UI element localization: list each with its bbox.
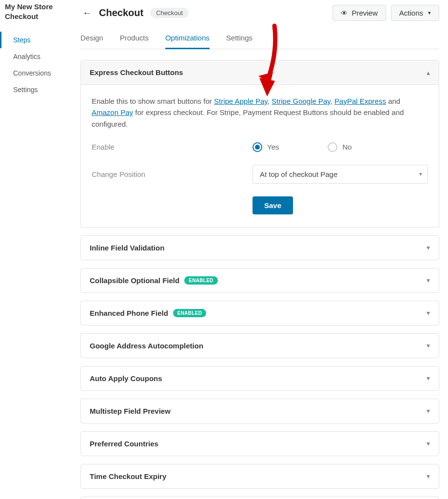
panel-collapsed: Prefill Form for Abandoned UsersENABLED▾ bbox=[80, 497, 439, 499]
sidebar-item-settings[interactable]: Settings bbox=[0, 81, 76, 98]
chevron-down-icon: ▾ bbox=[427, 244, 430, 251]
back-arrow-icon[interactable]: ← bbox=[80, 7, 94, 19]
actions-label: Actions bbox=[399, 9, 423, 17]
panel-collapsed: Enhanced Phone FieldENABLED▾ bbox=[80, 301, 439, 326]
panel-collapsed: Auto Apply Coupons▾ bbox=[80, 366, 439, 391]
title-badge: Checkout bbox=[150, 8, 189, 18]
radio-yes[interactable]: Yes bbox=[253, 142, 279, 152]
panel-head[interactable]: Collapsible Optional FieldENABLED▾ bbox=[81, 269, 439, 292]
panel-head[interactable]: Prefill Form for Abandoned UsersENABLED▾ bbox=[81, 497, 439, 499]
panel-head[interactable]: Multistep Field Preview▾ bbox=[81, 399, 439, 423]
sidebar-item-conversions[interactable]: Conversions bbox=[0, 65, 76, 81]
panel-title: Express Checkout Buttons bbox=[90, 68, 183, 77]
link-stripe-google[interactable]: Stripe Google Pay bbox=[272, 97, 331, 105]
radio-yes-label: Yes bbox=[267, 143, 279, 151]
enabled-badge: ENABLED bbox=[173, 309, 206, 317]
actions-button[interactable]: Actions ▾ bbox=[391, 5, 439, 21]
chevron-down-icon: ▾ bbox=[427, 309, 430, 317]
save-button[interactable]: Save bbox=[253, 196, 293, 214]
panel-express-checkout: Express Checkout Buttons ▴ Enable this t… bbox=[80, 60, 439, 228]
panel-head[interactable]: Enhanced Phone FieldENABLED▾ bbox=[81, 301, 439, 325]
panel-head[interactable]: Google Address Autocompletion▾ bbox=[81, 334, 439, 358]
enabled-badge: ENABLED bbox=[184, 276, 217, 285]
panel-head-express[interactable]: Express Checkout Buttons ▴ bbox=[81, 60, 439, 85]
preview-button[interactable]: 👁 Preview bbox=[332, 5, 386, 21]
radio-no-label: No bbox=[342, 143, 351, 151]
preview-label: Preview bbox=[351, 9, 377, 17]
chevron-down-icon: ▾ bbox=[428, 10, 431, 16]
radio-no[interactable]: No bbox=[328, 142, 351, 152]
position-select[interactable]: At top of checkout Page bbox=[253, 165, 428, 184]
panel-title: Inline Field Validation bbox=[90, 244, 164, 252]
link-stripe-apple[interactable]: Stripe Apple Pay bbox=[214, 97, 268, 105]
sidebar-item-steps[interactable]: Steps bbox=[0, 32, 76, 48]
page-title: Checkout bbox=[99, 7, 143, 19]
chevron-down-icon: ▾ bbox=[427, 472, 430, 480]
panel-collapsed: Time Checkout Expiry▾ bbox=[80, 464, 439, 489]
panel-title: Multistep Field Preview bbox=[90, 407, 171, 415]
panel-title: Time Checkout Expiry bbox=[90, 472, 166, 480]
express-description: Enable this to show smart buttons for St… bbox=[92, 96, 428, 130]
position-label: Change Position bbox=[92, 170, 253, 178]
panel-head[interactable]: Auto Apply Coupons▾ bbox=[81, 366, 439, 390]
tab-settings[interactable]: Settings bbox=[226, 34, 253, 49]
chevron-down-icon: ▾ bbox=[427, 276, 430, 284]
chevron-down-icon: ▾ bbox=[427, 440, 430, 447]
sidebar-item-analytics[interactable]: Analytics bbox=[0, 48, 76, 65]
panel-title: Collapsible Optional Field bbox=[90, 276, 179, 285]
panel-head[interactable]: Time Checkout Expiry▾ bbox=[81, 464, 439, 488]
chevron-up-icon: ▴ bbox=[427, 69, 430, 77]
panel-title: Google Address Autocompletion bbox=[90, 342, 203, 350]
panel-collapsed: Preferred Countries▾ bbox=[80, 431, 439, 456]
panel-title: Auto Apply Coupons bbox=[90, 374, 162, 383]
tab-optimizations[interactable]: Optimizations bbox=[165, 34, 210, 49]
tab-products[interactable]: Products bbox=[120, 34, 149, 49]
panel-title: Preferred Countries bbox=[90, 440, 158, 448]
link-amazon-pay[interactable]: Amazon Pay bbox=[92, 108, 133, 116]
panel-collapsed: Inline Field Validation▾ bbox=[80, 235, 439, 260]
store-title: My New Store Checkout bbox=[0, 2, 76, 32]
panel-collapsed: Collapsible Optional FieldENABLED▾ bbox=[80, 268, 439, 293]
main-content: ← Checkout Checkout 👁 Preview Actions ▾ … bbox=[76, 0, 448, 499]
position-value: At top of checkout Page bbox=[260, 170, 337, 178]
panel-collapsed: Multistep Field Preview▾ bbox=[80, 399, 439, 423]
panel-head[interactable]: Inline Field Validation▾ bbox=[81, 236, 439, 260]
link-paypal-express[interactable]: PayPal Express bbox=[334, 97, 386, 105]
chevron-down-icon: ▾ bbox=[427, 342, 430, 349]
chevron-down-icon: ▾ bbox=[427, 374, 430, 382]
chevron-down-icon: ▾ bbox=[427, 407, 430, 415]
sidebar: My New Store Checkout StepsAnalyticsConv… bbox=[0, 0, 76, 499]
enable-label: Enable bbox=[92, 143, 253, 151]
panel-title: Enhanced Phone Field bbox=[90, 309, 168, 317]
panel-head[interactable]: Preferred Countries▾ bbox=[81, 432, 439, 456]
tab-design[interactable]: Design bbox=[80, 34, 103, 49]
eye-icon: 👁 bbox=[341, 9, 348, 17]
panel-collapsed: Google Address Autocompletion▾ bbox=[80, 333, 439, 358]
